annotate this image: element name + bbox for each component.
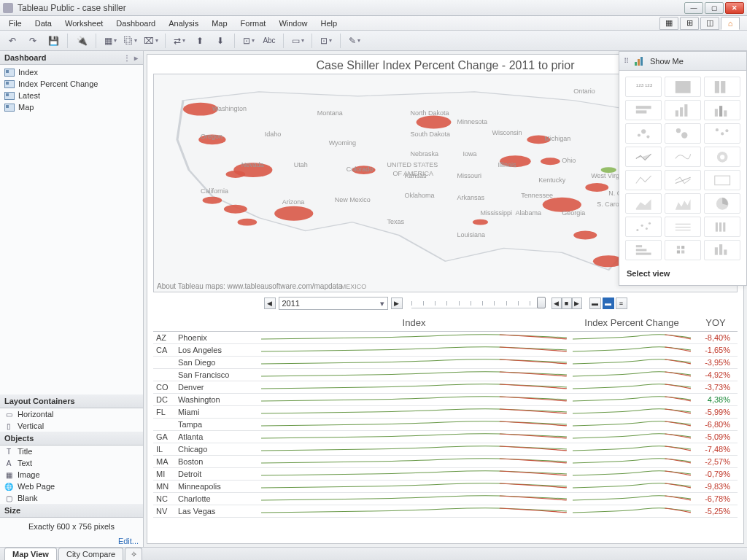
mode-tab-3[interactable]: ◫ — [700, 17, 719, 30]
legend-mode-2[interactable]: ▬ — [603, 298, 614, 309]
chart-type-option[interactable] — [625, 170, 662, 190]
chart-type-option[interactable] — [625, 147, 662, 167]
redo-button[interactable]: ↷ — [25, 33, 41, 49]
chart-type-option[interactable] — [704, 77, 740, 97]
table-row[interactable]: CALos Angeles-1,65% — [153, 344, 738, 357]
table-row[interactable]: NCCharlotte-6,78% — [153, 493, 738, 505]
chart-type-option[interactable] — [625, 217, 662, 237]
year-next-button[interactable]: ▶ — [391, 298, 403, 309]
chart-type-option[interactable] — [625, 100, 662, 120]
chart-type-option[interactable] — [665, 77, 701, 97]
object-image[interactable]: ▦Image — [0, 469, 143, 481]
connect-button[interactable]: 🔌 — [74, 33, 90, 49]
object-web-page[interactable]: 🌐Web Page — [0, 481, 143, 492]
slider-thumb[interactable] — [537, 297, 546, 308]
layout-vertical[interactable]: ▯Vertical — [0, 420, 143, 432]
map-bubble[interactable] — [274, 206, 313, 221]
maximize-button[interactable]: ▢ — [705, 2, 724, 14]
map-bubble[interactable] — [224, 205, 247, 214]
table-row[interactable]: San Diego-3,95% — [153, 357, 738, 369]
menu-format[interactable]: Format — [235, 18, 272, 29]
sheet-item[interactable]: Map — [0, 101, 143, 113]
save-button[interactable]: 💾 — [45, 33, 61, 49]
new-sheet-tab[interactable]: ✧ — [125, 548, 142, 560]
tab-map-view[interactable]: Map View — [4, 548, 57, 560]
fit-button[interactable]: ⊡ — [318, 33, 334, 49]
swap-button[interactable]: ⇄ — [171, 33, 187, 49]
chart-type-option[interactable] — [704, 217, 740, 237]
menu-window[interactable]: Window — [273, 18, 313, 29]
table-row[interactable]: San Francisco-4,92% — [153, 369, 738, 381]
year-slider[interactable] — [411, 298, 543, 308]
clear-button[interactable]: ⌧ — [143, 33, 159, 49]
chart-type-option[interactable] — [665, 240, 701, 260]
sort-asc-button[interactable]: ⬆ — [192, 33, 208, 49]
mode-tab-2[interactable]: ⊞ — [680, 17, 699, 30]
table-row[interactable]: MABoston-2,57% — [153, 456, 738, 468]
close-button[interactable]: ✕ — [725, 2, 744, 14]
chart-type-option[interactable] — [665, 170, 701, 190]
table-row[interactable]: AZPhoenix-8,40% — [153, 332, 738, 344]
menu-help[interactable]: Help — [315, 18, 344, 29]
table-row[interactable]: CODenver-3,73% — [153, 381, 738, 394]
chart-type-option[interactable] — [625, 123, 662, 144]
table-row[interactable]: FLMiami-5,99% — [153, 406, 738, 419]
chart-type-option[interactable] — [665, 100, 701, 120]
label-button[interactable]: Abc — [261, 33, 277, 49]
highlight-button[interactable]: ✎ — [347, 33, 363, 49]
sheet-item[interactable]: Index Percent Change — [0, 78, 143, 90]
duplicate-button[interactable]: ⿻ — [123, 33, 139, 49]
group-button[interactable]: ⊡ — [241, 33, 257, 49]
chart-type-option[interactable] — [704, 170, 740, 190]
map-bubble[interactable] — [203, 197, 222, 204]
table-row[interactable]: ILChicago-7,48% — [153, 443, 738, 456]
sheet-item[interactable]: Latest — [0, 90, 143, 101]
table-row[interactable]: MIDetroit-0,79% — [153, 468, 738, 481]
object-title[interactable]: TTitle — [0, 446, 143, 457]
year-select[interactable]: 2011 — [279, 297, 388, 310]
menu-analysis[interactable]: Analysis — [163, 18, 204, 29]
table-row[interactable]: GAAtlanta-5,09% — [153, 431, 738, 443]
chart-type-option[interactable] — [704, 240, 740, 260]
chart-type-option[interactable] — [665, 217, 701, 237]
play-stop-button[interactable]: ■ — [562, 298, 572, 309]
chart-type-option[interactable] — [625, 193, 662, 214]
map-bubble[interactable] — [473, 219, 488, 225]
menu-dashboard[interactable]: Dashboard — [110, 18, 161, 29]
edit-size-link[interactable]: Edit... — [0, 535, 143, 547]
menu-file[interactable]: File — [3, 18, 28, 29]
object-blank[interactable]: ▢Blank — [0, 492, 143, 504]
menu-map[interactable]: Map — [206, 18, 233, 29]
layout-horizontal[interactable]: ▭Horizontal — [0, 408, 143, 420]
play-back-button[interactable]: ◀ — [551, 298, 562, 309]
chart-type-option[interactable]: 123 123 — [625, 77, 662, 97]
presentation-button[interactable]: ▭ — [290, 33, 306, 49]
menu-worksheet[interactable]: Worksheet — [59, 18, 109, 29]
chart-type-option[interactable] — [665, 123, 701, 144]
chart-type-option[interactable] — [665, 193, 701, 214]
map-bubble[interactable] — [541, 158, 560, 165]
chart-type-option[interactable] — [704, 193, 740, 214]
panel-menu-icon[interactable]: ⋮ ▸ — [123, 54, 139, 62]
tab-city-compare[interactable]: City Compare — [58, 548, 123, 560]
map-bubble[interactable] — [417, 116, 452, 129]
mode-tab-home[interactable]: ⌂ — [721, 17, 740, 30]
chart-type-option[interactable] — [704, 100, 740, 120]
undo-button[interactable]: ↶ — [4, 33, 20, 49]
legend-mode-1[interactable]: ▬ — [589, 298, 601, 309]
panel-grip-icon[interactable]: ⠿ — [624, 57, 630, 65]
chart-type-option[interactable] — [704, 123, 740, 144]
map-bubble[interactable] — [238, 219, 258, 226]
sort-desc-button[interactable]: ⬇ — [212, 33, 228, 49]
new-sheet-button[interactable]: ▦ — [102, 33, 118, 49]
legend-mode-3[interactable]: ≡ — [616, 298, 627, 309]
table-row[interactable]: DCWashington4,38% — [153, 394, 738, 406]
chart-type-option[interactable] — [704, 147, 740, 167]
table-row[interactable]: MNMinneapolis-9,83% — [153, 481, 738, 493]
chart-type-option[interactable] — [625, 240, 662, 260]
map-bubble[interactable] — [585, 183, 608, 192]
map-bubble[interactable] — [573, 231, 597, 240]
sheet-item[interactable]: Index — [0, 66, 143, 78]
minimize-button[interactable]: — — [684, 2, 703, 14]
chart-type-option[interactable] — [665, 147, 701, 167]
